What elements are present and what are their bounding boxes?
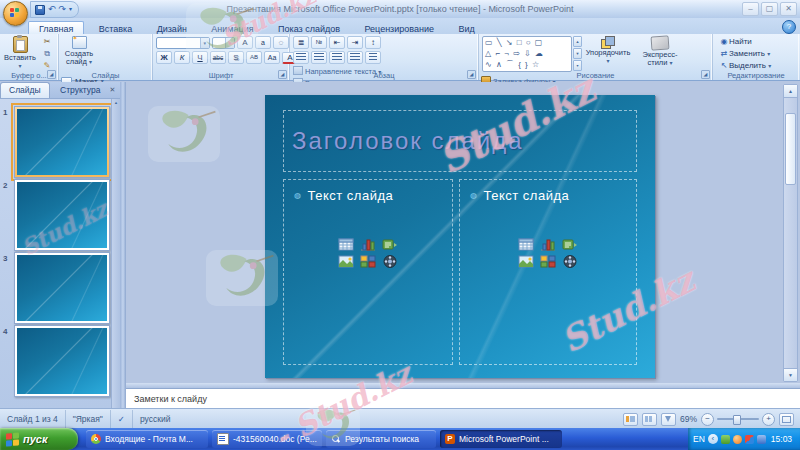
insert-table-icon[interactable]	[338, 238, 354, 251]
spellcheck-icon[interactable]: ✓	[111, 410, 133, 428]
taskbar-item-powerpoint[interactable]: P Microsoft PowerPoint ...	[440, 430, 562, 448]
align-left-button[interactable]	[293, 51, 309, 64]
language-bar[interactable]: EN	[693, 434, 705, 444]
slide-thumbnail-3[interactable]	[14, 252, 110, 324]
restore-button[interactable]: ▢	[761, 2, 778, 16]
columns-button[interactable]	[365, 51, 381, 64]
bold-button[interactable]: Ж	[156, 51, 172, 64]
replace-button[interactable]: ⇄Заменить ▾	[719, 48, 799, 60]
slide-sorter-view-button[interactable]	[642, 413, 657, 426]
text-shadow-button[interactable]: S	[228, 51, 244, 64]
slideshow-view-button[interactable]	[661, 413, 676, 426]
insert-picture-icon[interactable]	[518, 255, 534, 268]
shapes-gallery-scrollbar[interactable]: ▲ ▼ ▾	[573, 36, 582, 70]
panel-close-icon[interactable]: ✕	[107, 84, 118, 95]
shapes-more-icon[interactable]: ▾	[573, 60, 582, 71]
slide-canvas[interactable]: Заголовок слайда ◍Текст слайда ◍Текст сл…	[265, 95, 655, 378]
taskbar-item-doc[interactable]: -431560040.doc (Ре...	[212, 430, 322, 448]
insert-clipart-icon[interactable]	[540, 255, 556, 268]
minimize-button[interactable]: –	[742, 2, 759, 16]
arrange-button[interactable]: Упорядочить ▾	[584, 35, 632, 73]
bullets-button[interactable]: ≣	[293, 36, 309, 49]
taskbar-item-search[interactable]: Результаты поиска	[326, 430, 436, 448]
shrink-font-button[interactable]: а	[255, 36, 271, 49]
normal-view-button[interactable]	[623, 413, 638, 426]
tray-chevron-icon[interactable]: ‹	[708, 434, 718, 444]
italic-button[interactable]: К	[174, 51, 190, 64]
underline-button[interactable]: Ч	[192, 51, 208, 64]
find-button[interactable]: ◉Найти	[719, 36, 799, 48]
help-button[interactable]: ?	[782, 20, 796, 34]
numbering-button[interactable]: №	[311, 36, 327, 49]
increase-indent-button[interactable]: ⇥	[347, 36, 363, 49]
slide-thumbnail-1[interactable]	[14, 106, 110, 178]
insert-smartart-icon[interactable]	[562, 238, 578, 251]
strikethrough-button[interactable]: abc	[210, 51, 226, 64]
language-indicator[interactable]: русский	[133, 410, 178, 428]
zoom-level[interactable]: 69%	[680, 414, 697, 424]
shapes-gallery[interactable]: ▭ ╲ ↘ □ ○ ▢ △ ⌐ ¬ ⇨ ⇩ ☁ ∿ ∧ ⌒ { } ☆	[482, 36, 572, 72]
new-slide-button[interactable]: Создать слайд ▾	[61, 35, 97, 73]
insert-smartart-icon[interactable]	[382, 238, 398, 251]
clock[interactable]: 15:03	[771, 434, 792, 444]
tab-outline[interactable]: Структура	[52, 83, 108, 98]
align-right-button[interactable]	[329, 51, 345, 64]
insert-chart-icon[interactable]	[540, 238, 556, 251]
clear-formatting-button[interactable]: ◌	[273, 36, 289, 49]
font-dialog-launcher[interactable]: ◢	[278, 70, 287, 79]
content-placeholder-right[interactable]: ◍Текст слайда	[459, 179, 637, 365]
shapes-scroll-up-icon[interactable]: ▲	[573, 36, 582, 47]
insert-chart-icon[interactable]	[360, 238, 376, 251]
theme-name[interactable]: "Яркая"	[66, 410, 111, 428]
fit-to-window-button[interactable]	[779, 413, 794, 426]
editor-scrollbar[interactable]: ▲ ▼	[783, 84, 798, 382]
save-icon[interactable]	[35, 5, 45, 15]
tray-icon-1[interactable]	[721, 435, 730, 444]
zoom-slider-thumb[interactable]	[733, 415, 741, 425]
close-button[interactable]: ✕	[780, 2, 797, 16]
zoom-in-button[interactable]: +	[762, 413, 775, 426]
start-button[interactable]: пуск	[0, 428, 78, 450]
copy-button[interactable]: ⧉	[40, 49, 54, 59]
redo-icon[interactable]: ↷	[59, 5, 67, 14]
panel-scroll-up-icon[interactable]: ▲	[112, 99, 120, 107]
justify-button[interactable]	[347, 51, 363, 64]
title-placeholder[interactable]: Заголовок слайда	[283, 110, 637, 172]
insert-media-icon[interactable]	[382, 255, 398, 268]
insert-picture-icon[interactable]	[338, 255, 354, 268]
align-center-button[interactable]	[311, 51, 327, 64]
insert-clipart-icon[interactable]	[360, 255, 376, 268]
shapes-scroll-down-icon[interactable]: ▼	[573, 48, 582, 59]
scrollbar-thumb[interactable]	[785, 113, 796, 185]
qat-customize-icon[interactable]: ▾	[69, 5, 72, 14]
paste-button[interactable]: Вставить ▾	[2, 35, 38, 73]
line-spacing-button[interactable]: ↕	[365, 36, 381, 49]
grow-font-button[interactable]: А	[237, 36, 253, 49]
tray-shield-icon[interactable]	[745, 435, 754, 444]
cut-button[interactable]: ✂	[40, 37, 54, 47]
clipboard-dialog-launcher[interactable]: ◢	[47, 70, 56, 79]
office-button[interactable]	[3, 1, 28, 26]
font-size-combo[interactable]: ▾	[212, 37, 235, 49]
quick-styles-button[interactable]: Экспресс-стили ▾	[634, 35, 686, 73]
panel-scrollbar[interactable]: ▲	[111, 99, 120, 408]
slide-thumbnail-2[interactable]	[14, 179, 110, 251]
tab-slides-thumbnails[interactable]: Слайды	[0, 82, 50, 98]
insert-table-icon[interactable]	[518, 238, 534, 251]
scroll-up-icon[interactable]: ▲	[784, 85, 797, 98]
content-placeholder-left[interactable]: ◍Текст слайда	[283, 179, 453, 365]
zoom-slider[interactable]	[717, 418, 759, 420]
taskbar-item-mail[interactable]: Входящие - Почта M...	[86, 430, 208, 448]
tray-icon-2[interactable]	[733, 435, 742, 444]
drawing-dialog-launcher[interactable]: ◢	[701, 70, 710, 79]
notes-pane[interactable]: Заметки к слайду	[126, 388, 800, 409]
slide-thumbnail-4[interactable]	[14, 325, 110, 397]
tray-icon-4[interactable]	[757, 435, 766, 444]
undo-icon[interactable]: ↶	[48, 5, 56, 14]
decrease-indent-button[interactable]: ⇤	[329, 36, 345, 49]
character-spacing-button[interactable]: АВ	[246, 51, 262, 64]
font-name-combo[interactable]: ▾	[156, 37, 210, 49]
change-case-button[interactable]: Аа	[264, 51, 280, 64]
zoom-out-button[interactable]: −	[701, 413, 714, 426]
paragraph-dialog-launcher[interactable]: ◢	[467, 70, 476, 79]
